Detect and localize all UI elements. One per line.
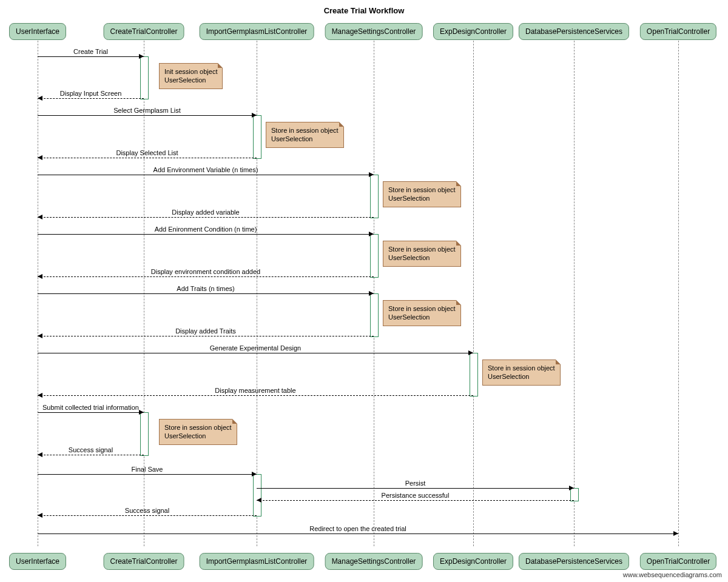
call-line xyxy=(38,293,374,294)
participant-box: OpenTrialController xyxy=(640,23,716,40)
message-label: Select Germplasm List xyxy=(113,107,181,114)
lifeline xyxy=(678,38,679,546)
arrowhead-icon xyxy=(468,350,473,355)
note: Init session object UserSelection xyxy=(159,63,223,89)
call-line xyxy=(38,175,374,175)
note-line: Store in session object xyxy=(388,304,456,313)
arrowhead-icon xyxy=(38,274,42,279)
call-line xyxy=(38,534,678,534)
watermark: www.websequencediagrams.com xyxy=(623,571,722,578)
note: Store in session object UserSelection xyxy=(383,300,461,326)
note-line: Init session object xyxy=(164,67,217,76)
message-label: Persist xyxy=(405,480,426,487)
participant-box: ExpDesignController xyxy=(433,553,513,570)
diagram-title: Create Trial Workflow xyxy=(0,6,728,15)
return-line xyxy=(38,276,374,277)
arrowhead-icon xyxy=(369,172,374,177)
activation-bar xyxy=(140,412,149,456)
note-line: Store in session object xyxy=(271,126,339,135)
note-line: Store in session object xyxy=(388,186,456,194)
call-line xyxy=(38,56,144,57)
participant-box: ImportGermplasmListController xyxy=(200,23,314,40)
note: Store in session object UserSelection xyxy=(159,419,237,445)
message-label: Success signal xyxy=(125,507,169,514)
call-line xyxy=(38,234,374,235)
participant-box: CreateTrialController xyxy=(104,553,184,570)
arrowhead-icon xyxy=(38,513,42,518)
participant-box: DatabasePersistenceServices xyxy=(519,553,629,570)
return-line xyxy=(38,217,374,218)
participant-box: ManageSettingsController xyxy=(325,23,423,40)
arrowhead-icon xyxy=(38,155,42,160)
call-line xyxy=(38,474,257,475)
message-label: Success signal xyxy=(69,446,113,453)
participant-box: ManageSettingsController xyxy=(325,553,423,570)
message-label: Display environment condition added xyxy=(151,268,260,275)
message-label: Final Save xyxy=(132,466,163,473)
note-line: UserSelection xyxy=(164,76,217,84)
arrowhead-icon xyxy=(257,498,261,503)
participant-box: ImportGermplasmListController xyxy=(200,553,314,570)
lifeline xyxy=(574,38,575,546)
return-line xyxy=(38,455,144,455)
participant-box: UserInterface xyxy=(9,553,66,570)
return-line xyxy=(257,500,574,501)
note: Store in session object UserSelection xyxy=(266,122,344,148)
message-label: Add Traits (n times) xyxy=(177,285,234,292)
call-line xyxy=(257,488,574,489)
message-label: Display Selected List xyxy=(116,149,178,156)
arrowhead-icon xyxy=(369,232,374,236)
call-line xyxy=(38,412,144,413)
message-label: Display measurement table xyxy=(215,387,295,394)
activation-bar xyxy=(253,474,261,517)
lifeline xyxy=(374,38,374,546)
arrowhead-icon xyxy=(38,333,42,338)
message-label: Create Trial xyxy=(73,48,108,55)
arrowhead-icon xyxy=(139,410,144,415)
lifeline xyxy=(38,38,38,546)
note-line: Store in session object xyxy=(488,364,555,372)
activation-bar xyxy=(470,353,478,396)
message-label: Submit collected trial information xyxy=(42,404,139,411)
note-line: UserSelection xyxy=(488,372,555,381)
return-line xyxy=(38,158,257,158)
participant-box: CreateTrialController xyxy=(104,23,184,40)
return-line xyxy=(38,395,473,396)
lifeline xyxy=(473,38,474,546)
note-line: UserSelection xyxy=(388,313,456,321)
arrowhead-icon xyxy=(38,215,42,219)
participant-box: DatabasePersistenceServices xyxy=(519,23,629,40)
message-label: Generate Experimental Design xyxy=(210,344,301,352)
call-line xyxy=(38,353,473,353)
activation-bar xyxy=(370,293,379,337)
note: Store in session object UserSelection xyxy=(482,360,561,386)
arrowhead-icon xyxy=(673,531,678,536)
note-line: Store in session object xyxy=(164,423,232,432)
participant-box: ExpDesignController xyxy=(433,23,513,40)
message-label: Add Environment Variable (n times) xyxy=(153,166,258,173)
activation-bar xyxy=(370,175,379,218)
message-label: Display Input Screen xyxy=(60,90,122,97)
call-line xyxy=(38,115,257,116)
return-line xyxy=(38,336,374,336)
arrowhead-icon xyxy=(38,96,42,101)
message-label: Display added variable xyxy=(172,209,239,216)
arrowhead-icon xyxy=(252,113,257,118)
arrowhead-icon xyxy=(38,452,42,457)
note-line: UserSelection xyxy=(388,253,456,262)
message-label: Display added Traits xyxy=(175,327,236,335)
arrowhead-icon xyxy=(369,291,374,296)
note-line: Store in session object xyxy=(388,245,456,253)
arrowhead-icon xyxy=(38,393,42,398)
activation-bar xyxy=(253,115,261,159)
participant-box: OpenTrialController xyxy=(640,553,716,570)
note-line: UserSelection xyxy=(388,194,456,202)
message-label: Add Enironment Condition (n time) xyxy=(155,226,257,233)
return-line xyxy=(38,98,144,99)
activation-bar xyxy=(140,56,149,99)
arrowhead-icon xyxy=(569,486,574,490)
message-label: Persistance successful xyxy=(382,492,450,499)
message-label: Redirect to open the created trial xyxy=(309,525,406,532)
arrowhead-icon xyxy=(252,472,257,477)
note: Store in session object UserSelection xyxy=(383,181,461,207)
